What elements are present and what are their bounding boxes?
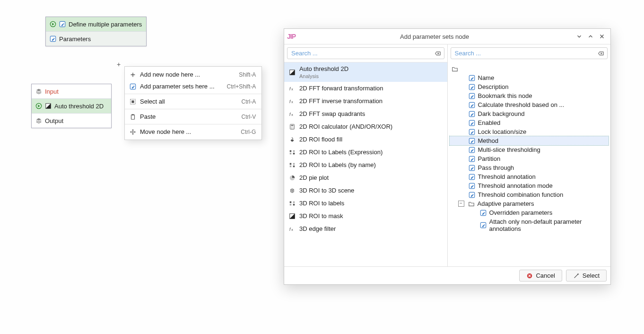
tree-item-label: Overridden parameters bbox=[489, 209, 553, 216]
parameter-tree[interactable]: NameDescriptionBookmark this nodeCalcula… bbox=[448, 62, 611, 266]
node-output-slot[interactable]: Output bbox=[32, 114, 111, 128]
tree-item[interactable]: Bookmark this node bbox=[450, 91, 609, 100]
list-item-label: 2D FFT inverse transformation bbox=[299, 97, 383, 105]
pencil-box-icon bbox=[469, 84, 475, 90]
node-list-item[interactable]: 3D edge filter bbox=[284, 222, 447, 235]
node-list-item[interactable]: 2D ROI flood fill bbox=[284, 133, 447, 146]
clear-search-icon[interactable] bbox=[435, 50, 441, 57]
node-list-item[interactable]: 3D ROI to 3D scene bbox=[284, 184, 447, 197]
tree-item-label: Enabled bbox=[478, 119, 501, 126]
node-header[interactable]: Auto threshold 2D bbox=[32, 99, 111, 114]
tree-item[interactable]: Multi-slice thresholding bbox=[450, 145, 609, 154]
tree-item[interactable]: Enabled bbox=[450, 118, 609, 127]
menu-select-all[interactable]: Select all Ctrl-A bbox=[125, 96, 261, 107]
menu-separator bbox=[125, 124, 261, 124]
node-list-item[interactable]: 3D ROI to labels bbox=[284, 197, 447, 210]
node-list-item[interactable]: 2D FFT swap quadrants bbox=[284, 107, 447, 120]
parameter-tree-pane: NameDescriptionBookmark this nodeCalcula… bbox=[448, 44, 611, 266]
select-button[interactable]: Select bbox=[566, 270, 607, 281]
tree-item-label: Bookmark this node bbox=[478, 92, 532, 99]
node-list-item[interactable]: 2D ROI to Labels (by name) bbox=[284, 158, 447, 171]
tree-item-label: Lock location/size bbox=[478, 128, 527, 135]
node-title: Auto threshold 2D bbox=[54, 103, 104, 110]
pencil-box-icon bbox=[469, 156, 475, 162]
button-label: Select bbox=[583, 272, 600, 279]
tree-item[interactable]: Name bbox=[450, 73, 609, 82]
menu-add-parameter-sets[interactable]: Add parameter sets here ... Ctrl+Shift-A bbox=[125, 80, 261, 92]
param-search-input[interactable] bbox=[454, 49, 596, 57]
menu-accel: Ctrl+Shift-A bbox=[227, 83, 256, 90]
menu-separator bbox=[125, 109, 261, 109]
tree-item[interactable]: Attach only non-default parameter annota… bbox=[450, 217, 609, 233]
tree-expander[interactable]: − bbox=[458, 201, 464, 207]
tree-item-label: Partition bbox=[478, 155, 501, 162]
node-list-item[interactable]: 2D ROI calculator (AND/OR/XOR) bbox=[284, 120, 447, 133]
cube-icon bbox=[289, 187, 296, 194]
fx-icon bbox=[289, 98, 296, 105]
tree-item-label: Adaptive parameters bbox=[478, 200, 534, 207]
folder-icon bbox=[468, 201, 475, 207]
node-header[interactable]: Define multiple parameters bbox=[46, 17, 146, 32]
tree-item[interactable]: Threshold annotation bbox=[450, 172, 609, 181]
menu-separator bbox=[125, 94, 261, 94]
tree-folder-adaptive[interactable]: −Adaptive parameters bbox=[450, 199, 609, 208]
node-define-parameters[interactable]: Define multiple parameters Parameters bbox=[45, 17, 147, 46]
tree-item[interactable]: Lock location/size bbox=[450, 127, 609, 136]
node-list-item[interactable]: 2D FFT inverse transformation bbox=[284, 95, 447, 107]
pencil-box-icon bbox=[469, 138, 475, 144]
tree-item-label: Description bbox=[478, 83, 509, 90]
tree-item-label: Pass through bbox=[478, 164, 514, 171]
node-list-pane: Auto threshold 2DAnalysis2D FFT forward … bbox=[284, 44, 448, 266]
tree-item[interactable]: Overridden parameters bbox=[450, 208, 609, 217]
node-list-item[interactable]: Auto threshold 2DAnalysis bbox=[284, 62, 447, 82]
tree-item[interactable]: Partition bbox=[450, 154, 609, 163]
menu-paste[interactable]: Paste Ctrl-V bbox=[125, 111, 261, 123]
window-minimize-button[interactable] bbox=[574, 32, 585, 41]
menu-add-node[interactable]: Add new node here ... Shift-A bbox=[125, 69, 261, 80]
node-list-item[interactable]: 2D FFT forward transformation bbox=[284, 82, 447, 95]
tree-item[interactable]: Threshold annotation mode bbox=[450, 181, 609, 190]
node-list-item[interactable]: 3D ROI to mask bbox=[284, 210, 447, 222]
node-list-item[interactable]: 2D ROI to Labels (Expression) bbox=[284, 146, 447, 158]
node-input-slot[interactable]: Input bbox=[32, 84, 111, 99]
window-close-button[interactable] bbox=[596, 32, 608, 41]
tree-item-label: Threshold combination function bbox=[478, 191, 564, 198]
cancel-icon bbox=[526, 272, 533, 279]
node-list[interactable]: Auto threshold 2DAnalysis2D FFT forward … bbox=[284, 62, 447, 266]
tree-item[interactable]: Method bbox=[450, 136, 609, 145]
list-item-label: 3D ROI to labels bbox=[299, 200, 344, 207]
tree-item[interactable]: Pass through bbox=[450, 163, 609, 172]
select-all-icon bbox=[130, 98, 136, 105]
node-search-box[interactable] bbox=[287, 47, 444, 59]
pencil-box-icon bbox=[50, 35, 56, 42]
window-maximize-button[interactable] bbox=[585, 32, 596, 41]
clear-search-icon[interactable] bbox=[598, 50, 604, 57]
pencil-box-icon bbox=[469, 165, 475, 171]
slot-label: Input bbox=[45, 88, 59, 95]
tree-item[interactable]: Description bbox=[450, 82, 609, 91]
list-item-label: Auto threshold 2D bbox=[299, 65, 348, 72]
node-search-input[interactable] bbox=[290, 49, 433, 57]
cancel-button[interactable]: Cancel bbox=[519, 270, 562, 281]
dialog-titlebar[interactable]: JIP Add parameter sets node bbox=[284, 29, 610, 44]
menu-move-node[interactable]: Move node here ... Ctrl-G bbox=[125, 126, 261, 138]
list-item-label: 3D ROI to mask bbox=[299, 212, 343, 220]
param-search-box[interactable] bbox=[451, 47, 608, 59]
menu-accel: Ctrl-A bbox=[242, 98, 256, 105]
menu-accel: Ctrl-V bbox=[242, 114, 256, 120]
tree-item[interactable]: Dark background bbox=[450, 109, 609, 118]
tree-item[interactable]: Threshold combination function bbox=[450, 190, 609, 199]
menu-label: Add new node here ... bbox=[140, 71, 226, 78]
node-param-row[interactable]: Parameters bbox=[46, 32, 146, 46]
flood-icon bbox=[289, 136, 296, 143]
menu-label: Move node here ... bbox=[140, 128, 228, 135]
menu-label: Add parameter sets here ... bbox=[140, 83, 215, 90]
tree-item[interactable]: Calculate threshold based on ... bbox=[450, 100, 609, 109]
node-list-item[interactable]: 2D pie plot bbox=[284, 171, 447, 184]
pencil-box-icon bbox=[469, 75, 475, 81]
tree-root[interactable] bbox=[450, 65, 609, 73]
app-logo-icon: JIP bbox=[287, 33, 296, 40]
node-auto-threshold[interactable]: Input Auto threshold 2D Output bbox=[31, 84, 112, 128]
pencil-box-icon bbox=[469, 192, 475, 198]
list-item-label: 2D ROI flood fill bbox=[299, 136, 342, 143]
